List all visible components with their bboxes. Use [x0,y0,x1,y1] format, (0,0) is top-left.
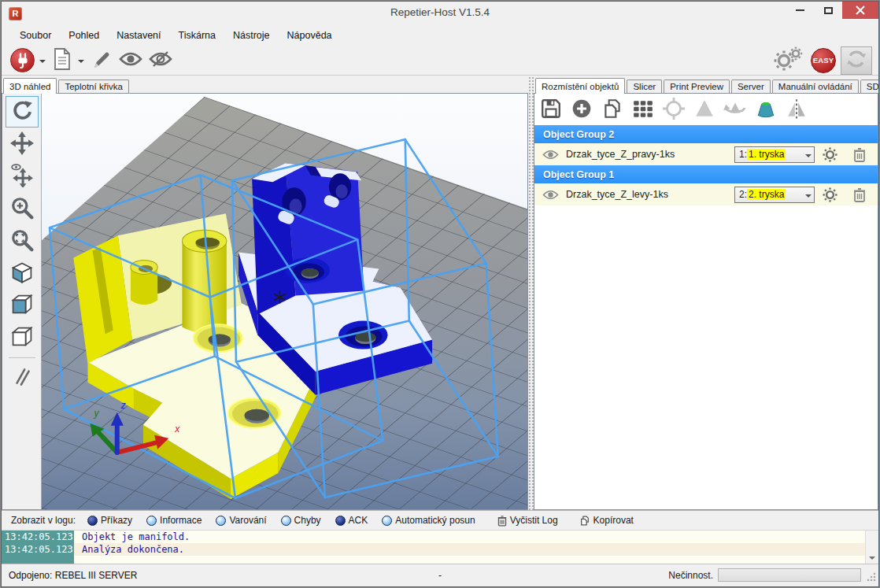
trash-icon [497,515,507,527]
connect-dropdown-arrow[interactable] [39,60,46,66]
zoom-in-button[interactable] [6,193,39,224]
rotate-object-icon [723,98,748,122]
visibility-eye-button[interactable] [542,190,566,200]
rotate-object-button[interactable] [723,98,747,121]
eye-slash-icon [148,50,173,71]
delete-object-button[interactable] [845,147,874,162]
filter-chyby[interactable]: Chyby [281,515,330,526]
delete-object-button[interactable] [845,187,874,202]
object-group-header[interactable]: Object Group 2 [534,125,878,143]
object-row-levy[interactable]: Drzak_tyce_Z_levy-1ks 2:2. tryska [534,183,878,205]
settings-button[interactable] [770,47,806,74]
titlebar[interactable]: R Repetier-Host V1.5.4 [2,2,878,25]
menu-nastaveni[interactable]: Nastavení [108,27,169,44]
load-button[interactable] [49,47,76,74]
tab-3d-nahled[interactable]: 3D náhled [3,78,57,94]
tab-print-preview[interactable]: Print Preview [664,80,730,93]
filter-ack[interactable]: ACK [335,515,377,526]
tab-sd-karta[interactable]: SD karta [860,80,879,93]
mirror-object-button[interactable] [785,98,808,121]
menu-pohled[interactable]: Pohled [60,27,108,44]
object-group-header[interactable]: Object Group 1 [534,165,878,183]
emergency-stop-icon [845,47,868,73]
axis-z-label: z [120,400,126,411]
vertical-splitter[interactable] [528,76,534,510]
top-view-button[interactable] [6,322,39,353]
front-view-button[interactable] [6,290,39,321]
connection-status: Odpojeno: REBEL III SERVER [9,570,137,581]
rotate-view-button[interactable] [6,96,39,128]
autoposition-button[interactable] [631,98,655,121]
add-object-button[interactable] [570,98,593,121]
clear-log-button[interactable]: Vyčistit Log [490,515,566,527]
connect-button[interactable] [8,47,37,74]
emergency-stop-button[interactable] [841,46,872,75]
filter-autoscroll[interactable]: Automatický posun [382,515,483,526]
scroll-down-icon [869,557,875,563]
3d-canvas-container: x y z [41,94,527,509]
plus-circle-icon [571,98,593,122]
menu-soubor[interactable]: Soubor [11,27,60,44]
tab-manualni-ovladani[interactable]: Manuální ovládání [772,80,859,93]
show-filament-button[interactable] [116,47,146,74]
lay-flat-button[interactable] [754,98,778,121]
3d-viewport[interactable]: x y z [42,94,527,509]
center-object-button[interactable] [662,98,686,121]
extruder-prefix: 1: [739,149,747,160]
scale-object-button[interactable] [693,98,716,121]
extruder-prefix: 2: [739,189,747,200]
document-icon [51,47,73,73]
filter-circle-icon [382,516,392,526]
resize-grip[interactable] [866,571,877,585]
minimize-button[interactable] [786,2,814,19]
tab-slicer[interactable]: Slicer [627,80,662,93]
move-viewpoint-button[interactable] [6,161,39,192]
object-row-pravy[interactable]: Drzak_tyce_Z_pravy-1ks 1:1. tryska [534,143,878,165]
log-section: Zobrazit v logu: Příkazy Informace Varov… [2,510,878,565]
filter-varovani[interactable]: Varování [216,515,275,526]
menu-nastroje[interactable]: Nástroje [224,27,279,44]
filter-prikazy[interactable]: Příkazy [87,515,141,526]
easy-mode-button[interactable]: EASY [811,48,836,73]
copy-log-button[interactable]: Kopírovat [571,515,642,527]
menu-tiskarna[interactable]: Tiskárna [170,27,224,44]
cross-section-button[interactable] [6,361,39,393]
copy-objects-button[interactable] [601,98,624,121]
isometric-view-button[interactable] [6,257,39,289]
filter-informace[interactable]: Informace [146,515,210,526]
tab-teplotni-krivka[interactable]: Teplotní křivka [58,80,129,93]
log-entry: 13:42:05.123 Analýza dokončena. [2,543,878,556]
log-output[interactable]: 13:42:05.123 Objekt je manifold. 13:42:0… [2,531,878,565]
log-scrollbar[interactable] [865,531,878,565]
zoom-in-icon [10,196,34,222]
object-settings-button[interactable] [815,187,845,202]
eye-icon [118,50,143,71]
tab-rozmisteni-objektu[interactable]: Rozmístění objektů [535,78,625,94]
rotate-view-icon [10,99,34,125]
copy-icon [579,515,590,527]
front-cube-icon [9,292,35,320]
hide-travel-button[interactable] [146,47,176,74]
maximize-icon [824,7,833,14]
visibility-eye-button[interactable] [542,150,566,160]
extruder-select[interactable]: 1:1. tryska [734,146,815,163]
save-button[interactable] [539,98,563,121]
menu-napoveda[interactable]: Nápověda [279,27,341,44]
maximize-button[interactable] [814,2,842,19]
log-toolbar: Zobrazit v logu: Příkazy Informace Varov… [2,511,878,531]
log-timestamp: 13:42:05.123 [2,531,74,543]
zoom-fit-button[interactable] [6,225,39,257]
lay-flat-icon [754,98,778,122]
menubar: Soubor Pohled Nastavení Tiskárna Nástroj… [2,25,878,46]
grid-icon [632,98,654,122]
edit-gcode-button[interactable] [87,47,116,74]
minimize-icon [796,9,804,11]
extruder-select[interactable]: 2:2. tryska [734,187,815,203]
close-button[interactable] [842,2,878,19]
load-dropdown-arrow[interactable] [78,60,84,66]
object-settings-button[interactable] [815,147,845,162]
window-title: Repetier-Host V1.5.4 [2,6,878,18]
move-view-button[interactable] [6,128,39,160]
tab-server[interactable]: Server [731,80,771,93]
viewport-tabs: 3D náhled Teplotní křivka [2,76,528,93]
